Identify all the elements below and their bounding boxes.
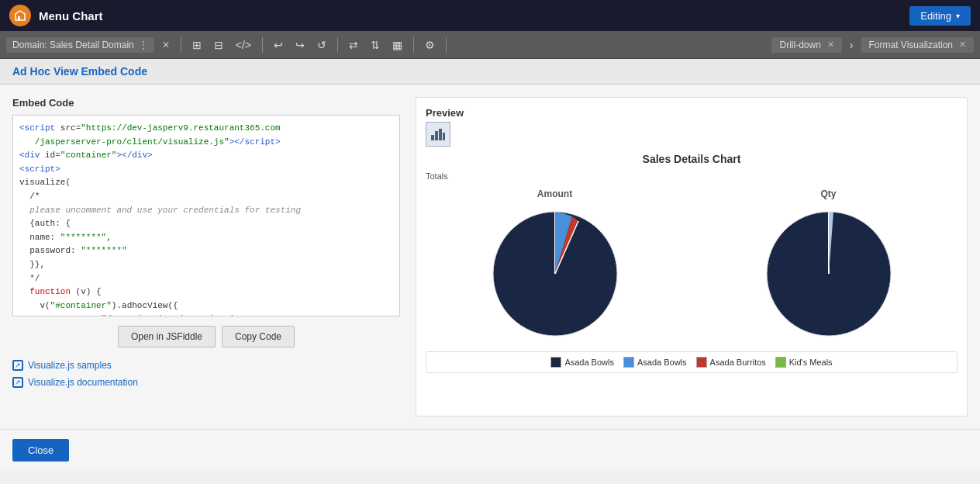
code-line-8: {auth: { [19,217,393,231]
code-display[interactable]: <script src="https://dev-jasperv9.restau… [13,116,399,316]
amount-label: Amount [537,188,572,199]
code-line-15: resource: "/organizations/organization_1 [19,313,393,316]
logo-icon [14,9,26,22]
legend: Asada Bowls Asada Bowls Asada Burritos K… [426,351,958,373]
code-line-7: please uncomment and use your credential… [19,204,393,218]
close-button[interactable]: Close [12,439,69,462]
layout-button[interactable]: ▦ [388,36,407,54]
toolbar: Domain: Sales Detail Domain ⋮ ✕ ⊞ ⊟ </> … [0,31,980,59]
domain-label: Domain: Sales Detail Domain ⋮ [6,37,154,53]
toolbar-separator-5 [446,37,447,53]
legend-color-1 [550,357,561,368]
table-icon-button[interactable]: ⊞ [188,36,206,54]
flip-button[interactable]: ⇄ [344,36,363,54]
button-row: Open in JSFiddle Copy Code [12,326,400,347]
code-line-3: <div id="container"></div> [19,149,393,163]
visualize-docs-link[interactable]: Visualize.js documentation [12,377,400,388]
toolbar-separator-3 [337,37,338,53]
qty-label: Qty [820,188,836,199]
totals-label: Totals [426,171,958,181]
open-jsfiddle-button[interactable]: Open in JSFiddle [118,326,216,347]
editing-button[interactable]: Editing ▾ [909,6,971,26]
toolbar-separator-1 [181,37,181,53]
legend-color-4 [775,357,786,368]
copy-code-button[interactable]: Copy Code [222,326,295,347]
chart-header [426,122,958,150]
code-button[interactable]: </> [231,36,256,54]
left-panel: Embed Code <script src="https://dev-jasp… [12,97,400,417]
app-title: Menu Chart [39,9,909,22]
top-header: Menu Chart Editing ▾ [0,0,980,31]
legend-item-2: Asada Bowls [623,357,687,368]
code-line-10: password: "*******" [19,244,393,258]
code-area-wrapper: <script src="https://dev-jasperv9.restau… [12,115,400,316]
svg-rect-3 [443,133,445,140]
svg-rect-1 [435,131,438,140]
code-line-4: <script> [19,163,393,177]
legend-color-3 [696,357,707,368]
code-line-9: name: "*******", [19,231,393,245]
code-line-13: function (v) { [19,285,393,299]
format-close-button[interactable]: ✕ [959,40,966,50]
chevron-down-icon: ▾ [956,12,960,20]
legend-item-1: Asada Bowls [550,357,614,368]
visualize-samples-link[interactable]: Visualize.js samples [12,360,400,371]
code-line-14: v("#container").adhocView({ [19,299,393,313]
code-line-2: /jasperserver-pro/client/visualize.js"><… [19,136,393,150]
sort-button[interactable]: ⇅ [366,36,385,54]
app-logo [9,5,31,26]
reset-button[interactable]: ↺ [312,36,331,54]
right-panel: Preview Sales Details Chart Totals Amoun… [416,97,968,417]
embed-code-title: Embed Code [12,97,400,109]
expand-button[interactable]: › [845,36,858,54]
drill-close-button[interactable]: ✕ [827,40,834,50]
code-line-6: /* [19,190,393,204]
legend-item-3: Asada Burritos [696,357,766,368]
toolbar-separator-4 [413,37,414,53]
qty-pie-wrap: Qty [759,188,899,344]
format-panel: Format Visualization ✕ [861,37,975,53]
charts-row: Amount [426,188,958,344]
amount-pie-chart [485,204,625,344]
chart-type-button[interactable]: ⊟ [209,36,228,54]
legend-label-2: Asada Bowls [637,358,687,367]
amount-pie-wrap: Amount [485,188,625,344]
footer: Close [0,429,980,471]
code-line-11: }}, [19,258,393,272]
chart-title: Sales Details Chart [426,153,958,165]
toolbar-separator-2 [262,37,263,53]
page-title: Ad Hoc View Embed Code [12,65,968,78]
svg-rect-2 [439,129,442,140]
redo-button[interactable]: ↪ [291,36,309,54]
drill-panel: Drill-down ✕ [771,37,841,53]
page-header: Ad Hoc View Embed Code [0,59,980,85]
domain-close-button[interactable]: ✕ [157,36,174,54]
legend-item-4: Kid's Meals [775,357,833,368]
domain-menu-icon[interactable]: ⋮ [139,40,148,50]
main-content: Embed Code <script src="https://dev-jasp… [0,85,980,429]
svg-rect-0 [431,135,434,140]
chart-container: Sales Details Chart Totals Amount [426,122,958,373]
code-line-1: <script src="https://dev-jasperv9.restau… [19,122,393,136]
legend-label-1: Asada Bowls [564,358,614,367]
legend-color-2 [623,357,634,368]
links-section: Visualize.js samples Visualize.js docume… [12,360,400,388]
legend-label-4: Kid's Meals [789,358,833,367]
bar-chart-icon [430,127,446,141]
qty-pie-chart [759,204,899,344]
preview-title: Preview [426,107,958,119]
undo-button[interactable]: ↩ [269,36,288,54]
code-line-12: */ [19,272,393,286]
code-line-5: visualize( [19,176,393,190]
external-link-icon-2 [12,377,23,388]
chart-type-icon [426,122,450,147]
legend-label-3: Asada Burritos [710,358,766,367]
external-link-icon-1 [12,360,23,371]
settings-button[interactable]: ⚙ [420,36,440,54]
